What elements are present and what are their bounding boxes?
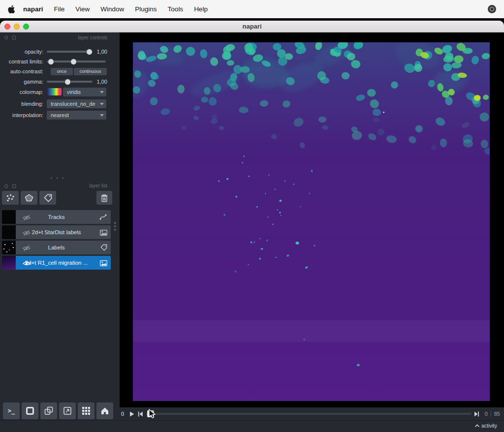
screen: napari File View Window Plugins Tools He… — [0, 0, 504, 432]
napari-window: napari layer controls opacity: 1,00 cont… — [0, 21, 504, 432]
grid-view-button[interactable] — [78, 402, 94, 419]
console-icon: >_ — [8, 407, 15, 414]
first-frame-button[interactable] — [137, 411, 144, 417]
image-layer-icon — [100, 259, 107, 268]
new-labels-layer-button[interactable] — [39, 191, 56, 205]
contrast-high-handle[interactable] — [70, 59, 77, 65]
frame-slider-track[interactable] — [146, 413, 472, 415]
close-window-button[interactable] — [4, 24, 10, 30]
delete-layer-button[interactable] — [96, 191, 112, 205]
layer-row-cell-migration[interactable]: 2d+t R1_cell migration ... — [2, 256, 111, 270]
contrast-limits-label: contrast limits: — [0, 57, 43, 66]
chevron-down-icon — [100, 114, 104, 117]
tracks-layer-icon — [99, 214, 107, 222]
layer-row-labels[interactable]: Labels — [2, 241, 111, 254]
window-title: napari — [242, 23, 261, 30]
menu-tools[interactable]: Tools — [162, 5, 189, 13]
blending-combobox[interactable]: translucent_no_de — [47, 99, 106, 108]
mouse-cursor — [149, 409, 158, 420]
minimize-window-button[interactable] — [14, 24, 20, 30]
zoom-window-button[interactable] — [23, 24, 29, 30]
layer-controls-title: layer controls — [0, 35, 107, 40]
status-bar: activity — [0, 420, 504, 432]
layer-thumbnail — [2, 210, 16, 224]
layer-name: 2d+t R1_cell migration ... — [17, 256, 96, 270]
shapes-icon — [25, 194, 33, 202]
opacity-label: opacity: — [0, 47, 43, 57]
gamma-slider-handle[interactable] — [64, 79, 71, 85]
chevron-up-icon — [474, 424, 480, 428]
chevron-down-icon — [100, 91, 104, 93]
auto-contrast-continuous-button[interactable]: continuous — [74, 68, 107, 75]
transpose-dimensions-button[interactable] — [59, 402, 76, 419]
colormap-swatch — [47, 88, 62, 95]
play-button[interactable] — [128, 411, 135, 417]
interpolation-combobox[interactable]: nearest — [47, 111, 106, 120]
dimension-slider-bar: 0 0 85 — [120, 407, 504, 420]
dock-resize-handle[interactable]: • • • — [0, 176, 116, 181]
gamma-slider[interactable] — [47, 77, 93, 87]
contrast-limits-slider[interactable] — [47, 57, 106, 66]
menu-view[interactable]: View — [70, 5, 95, 13]
labels-layer-icon — [100, 244, 107, 253]
grid-icon — [82, 406, 91, 415]
opacity-value: 1,00 — [94, 47, 107, 57]
blending-value: translucent_no_de — [51, 101, 95, 107]
layer-row-stardist-labels[interactable]: 2d+t StarDist labels — [2, 225, 111, 239]
play-icon — [129, 411, 134, 417]
layer-name: Labels — [17, 241, 96, 254]
last-frame-button[interactable] — [473, 411, 480, 417]
window-body: layer controls opacity: 1,00 contrast li… — [0, 32, 504, 432]
contrast-low-handle[interactable] — [48, 59, 54, 65]
menu-window[interactable]: Window — [95, 5, 129, 13]
roll-dimensions-button[interactable] — [40, 402, 57, 419]
layer-name: Tracks — [17, 210, 96, 224]
trash-icon — [100, 194, 108, 202]
menu-app-name[interactable]: napari — [16, 5, 49, 13]
image-layer-icon — [100, 229, 107, 238]
gamma-label: gamma: — [0, 77, 43, 87]
max-frame-value: 85 — [494, 411, 500, 417]
new-points-layer-button[interactable] — [2, 191, 19, 205]
opacity-slider-handle[interactable] — [86, 49, 93, 55]
opacity-slider[interactable] — [47, 47, 93, 57]
range-separator — [491, 411, 491, 417]
layer-thumbnail — [2, 241, 16, 254]
frame-range-readout: 0 85 — [485, 407, 500, 420]
menu-plugins[interactable]: Plugins — [129, 5, 162, 13]
viewer-canvas[interactable] — [120, 32, 504, 407]
console-button[interactable]: >_ — [3, 402, 20, 419]
microscopy-image — [133, 42, 490, 401]
home-icon — [100, 407, 109, 415]
step-last-icon — [474, 411, 479, 417]
window-titlebar[interactable]: napari — [0, 21, 504, 32]
menubar-record-icon[interactable] — [488, 5, 496, 13]
step-first-icon — [138, 411, 143, 417]
menu-help[interactable]: Help — [189, 5, 213, 13]
new-shapes-layer-button[interactable] — [21, 191, 37, 205]
layer-row-tracks[interactable]: Tracks — [2, 210, 111, 224]
colormap-value: viridis — [67, 89, 81, 95]
menu-file[interactable]: File — [49, 5, 70, 13]
chevron-down-icon — [100, 103, 104, 105]
blending-label: blending: — [0, 99, 43, 109]
macos-menu-bar: napari File View Window Plugins Tools He… — [0, 0, 504, 18]
apple-logo-icon[interactable] — [8, 5, 16, 14]
colormap-label: colormap: — [0, 87, 43, 97]
activity-button[interactable]: activity — [474, 423, 497, 429]
colormap-combobox[interactable]: viridis — [63, 88, 106, 96]
auto-contrast-once-button[interactable]: once — [51, 68, 73, 75]
panel-drag-handle[interactable]: ••• — [114, 221, 116, 231]
gamma-value: 1,00 — [94, 77, 107, 87]
interpolation-label: interpolation: — [0, 110, 43, 120]
layer-thumbnail — [2, 256, 16, 270]
layer-name: 2d+t StarDist labels — [17, 225, 96, 239]
home-reset-view-button[interactable] — [96, 402, 113, 419]
layer-list-title: layer list — [0, 183, 107, 188]
auto-contrast-label: auto-contrast: — [0, 66, 43, 76]
interpolation-value: nearest — [51, 112, 69, 118]
transpose-icon — [63, 406, 72, 415]
ndisplay-toggle-button[interactable] — [22, 402, 38, 419]
layer-thumbnail — [2, 225, 16, 239]
dims-axis-label: 0 — [121, 407, 124, 420]
